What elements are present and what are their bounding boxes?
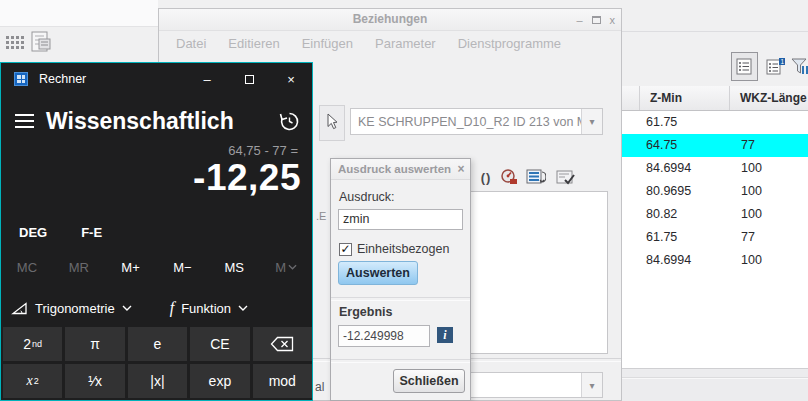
memory-recall-button[interactable]: MR [53,255,105,279]
history-icon[interactable] [278,110,300,132]
cell-zmin[interactable]: 80.9695 [640,180,730,203]
expression-input[interactable]: zmin [338,209,463,230]
cell-zmin[interactable]: 61.75 [640,111,730,134]
verify-check-icon[interactable] [556,167,576,187]
key-backspace[interactable] [253,327,312,361]
feature-selector-dropdown[interactable]: KE SCHRUPPEN_D10_R2 ID 213 von Mode ▾ [350,108,603,135]
cell-wkz[interactable]: 77 [730,134,808,157]
form-template-icon[interactable] [30,30,50,50]
calculator-maximize-button[interactable] [228,63,270,95]
bottom-dropdown[interactable]: ▾ [470,372,603,398]
calculator-close-button[interactable]: × [270,63,312,95]
calculator-titlebar[interactable]: Rechner – × [1,63,312,95]
evaluate-button[interactable]: Auswerten [338,261,418,285]
dialog-title: Ausdruck auswerten [331,163,452,175]
menu-dienstprogramme[interactable]: Dienstprogramme [447,36,572,51]
table-row[interactable]: 61.7577 [622,226,808,249]
menu-parameter[interactable]: Parameter [364,36,447,51]
table-body: 61.75 64.7577 84.6994100 80.9695100 80.8… [622,111,808,272]
cell-wkz[interactable]: 100 [730,157,808,180]
key-e[interactable]: e [128,327,187,361]
key-pi[interactable]: π [65,327,124,361]
memory-clear-button[interactable]: MC [1,255,53,279]
angle-mode-button[interactable]: DEG [19,225,47,240]
cell-wkz[interactable]: 77 [730,226,808,249]
sort-list-icon[interactable] [526,167,546,187]
memory-store-button[interactable]: MS [208,255,260,279]
cell-wkz[interactable]: 100 [730,249,808,272]
memory-subtract-button[interactable]: M− [156,255,208,279]
table-row-selected[interactable]: 64.7577 [622,134,808,157]
parameters-table-panel: 1 Z-Min WKZ-Länge 61.75 64.7577 84.69941… [622,0,808,401]
key-2nd[interactable]: 2nd [3,327,62,361]
desktop-top-strip [0,0,158,27]
cell-zmin[interactable]: 64.75 [640,134,730,157]
trigonometry-dropdown[interactable]: Trigonometrie [11,301,132,316]
expression-label: Ausdruck: [339,190,395,204]
parentheses-icon[interactable]: () [476,167,496,187]
dialog-close-icon[interactable]: × [452,162,470,176]
select-cursor-button[interactable] [319,105,345,141]
key-mod[interactable]: mod [253,364,312,398]
filter-icon[interactable] [790,52,808,81]
function-dropdown[interactable]: f Funktion [170,299,248,317]
calculator-result[interactable]: -12,25 [11,157,301,199]
table-row[interactable]: 80.9695100 [622,180,808,203]
relations-maximize-button[interactable] [592,16,601,24]
table-row[interactable]: 84.6994100 [622,249,808,272]
relations-minimize-button[interactable]: – [576,14,582,26]
triangle-icon [11,302,28,315]
table-row[interactable]: 80.82100 [622,203,808,226]
memory-flyout-label: M [275,260,286,275]
relations-window-title: Beziehungen [159,9,621,30]
menu-editieren[interactable]: Editieren [217,36,290,51]
key-reciprocal[interactable]: ¹⁄x [65,364,124,398]
memory-flyout-button[interactable]: M [260,255,312,279]
key-x-squared[interactable]: x2 [3,364,62,398]
cell-wkz[interactable] [730,111,808,134]
function-f-icon: f [170,299,174,317]
relations-titlebar[interactable]: Beziehungen – x [159,9,621,31]
svg-text:1: 1 [780,58,784,65]
list-view-icon[interactable] [731,52,758,81]
close-button[interactable]: Schließen [393,369,465,393]
column-header-zmin[interactable]: Z-Min [640,86,730,110]
grid-icon[interactable] [5,33,25,53]
table-row[interactable]: 84.6994100 [622,157,808,180]
cell-wkz[interactable]: 100 [730,180,808,203]
relations-close-button[interactable]: x [610,14,616,26]
chevron-down-icon: ▾ [581,109,602,134]
gauge-icon[interactable] [499,167,519,187]
memory-row: MC MR M+ M− MS M [1,255,312,279]
dialog-titlebar[interactable]: Ausdruck auswerten × [331,159,470,180]
cell-zmin[interactable]: 80.82 [640,203,730,226]
key-ce[interactable]: CE [190,327,249,361]
cursor-arrow-icon [326,113,338,134]
fe-button[interactable]: F-E [81,225,102,240]
chevron-down-icon [238,305,248,311]
dialog-separator [331,297,470,301]
calculator-minimize-button[interactable]: – [186,63,228,95]
menu-einfuegen[interactable]: Einfügen [291,36,364,51]
unit-checkbox-row[interactable]: ✓ Einheitsbezogen [339,242,449,256]
cell-zmin[interactable]: 61.75 [640,226,730,249]
table-row[interactable]: 61.75 [622,111,808,134]
menu-datei[interactable]: Datei [165,36,217,51]
key-exp[interactable]: exp [190,364,249,398]
relations-menubar: Datei Editieren Einfügen Parameter Diens… [159,30,621,56]
occluded-text-fragment: .E [316,210,326,222]
list-view-1-icon[interactable]: 1 [762,52,789,81]
key-absolute-value[interactable]: |x| [128,364,187,398]
memory-add-button[interactable]: M+ [105,255,157,279]
cell-zmin[interactable]: 84.6994 [640,157,730,180]
chevron-down-icon [288,264,297,270]
calculator-expression[interactable]: 64,75 - 77 = [18,143,298,158]
cell-wkz[interactable]: 100 [730,203,808,226]
checkbox-checked-icon[interactable]: ✓ [339,243,352,256]
info-icon[interactable]: i [437,327,453,343]
result-label: Ergebnis [339,305,393,319]
column-header-wkz-laenge[interactable]: WKZ-Länge [730,86,808,110]
result-field[interactable]: -12.249998 [338,325,430,347]
cell-zmin[interactable]: 84.6994 [640,249,730,272]
hamburger-menu-icon[interactable] [15,114,34,128]
